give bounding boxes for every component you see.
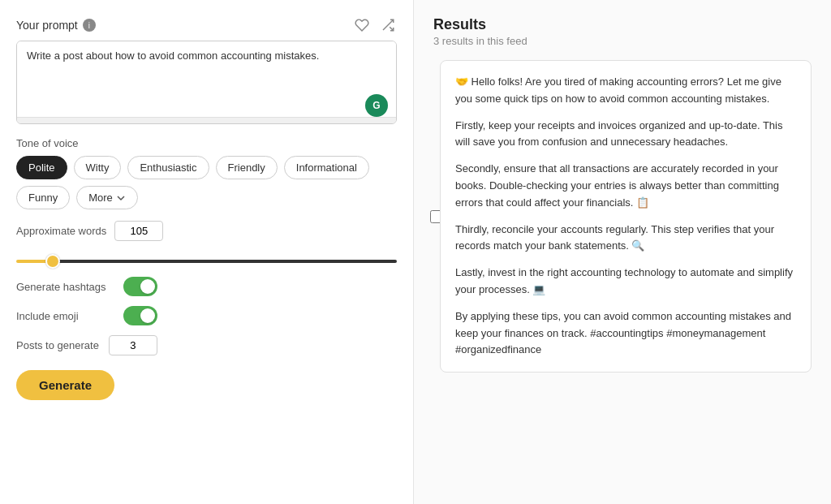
generate-button[interactable]: Generate: [16, 370, 114, 400]
favorite-button[interactable]: [353, 16, 371, 34]
results-count: 3 results in this feed: [433, 35, 812, 47]
info-icon[interactable]: i: [83, 19, 96, 32]
posts-input[interactable]: [109, 335, 157, 355]
prompt-header: Your prompt i: [16, 16, 397, 34]
tone-btn-polite[interactable]: Polite: [16, 156, 67, 179]
tone-btn-friendly[interactable]: Friendly: [216, 156, 278, 179]
approx-words-row: Approximate words: [16, 221, 397, 241]
tone-btn-informational[interactable]: Informational: [284, 156, 369, 179]
tone-btn-enthusiastic[interactable]: Enthusiastic: [127, 156, 209, 179]
include-emoji-toggle[interactable]: [123, 306, 157, 325]
generate-hashtags-label: Generate hashtags: [16, 281, 114, 293]
result-paragraph-4: Thirdly, reconcile your accounts regular…: [455, 222, 796, 256]
more-button[interactable]: More: [76, 186, 138, 209]
posts-row: Posts to generate: [16, 335, 397, 355]
posts-label: Posts to generate: [16, 339, 99, 351]
tone-section: Tone of voice Polite Witty Enthusiastic …: [16, 137, 397, 209]
include-emoji-row: Include emoji: [16, 306, 397, 325]
grammar-icon[interactable]: G: [365, 94, 388, 117]
shuffle-button[interactable]: [379, 16, 397, 34]
more-label: More: [88, 192, 113, 204]
prompt-label-container: Your prompt i: [16, 19, 96, 32]
result-text: 🤝 Hello folks! Are you tired of making a…: [455, 74, 796, 359]
result-paragraph-5: Lastly, invest in the right accounting t…: [455, 265, 796, 299]
left-panel: Your prompt i Write a post about how to …: [0, 0, 414, 504]
shuffle-icon: [381, 18, 395, 32]
prompt-label-text: Your prompt: [16, 19, 78, 32]
right-panel: Results 3 results in this feed 🤝 Hello f…: [414, 0, 831, 504]
generate-hashtags-row: Generate hashtags: [16, 277, 397, 296]
include-emoji-label: Include emoji: [16, 310, 114, 322]
prompt-textarea[interactable]: Write a post about how to avoid common a…: [17, 41, 396, 114]
result-card: 🤝 Hello folks! Are you tired of making a…: [440, 60, 812, 373]
approx-words-input[interactable]: [114, 221, 163, 241]
heart-icon: [355, 18, 369, 32]
slider-wrapper: [16, 252, 397, 265]
results-title: Results: [433, 16, 812, 33]
result-paragraph-3: Secondly, ensure that all transactions a…: [455, 161, 796, 211]
result-paragraph-1: 🤝 Hello folks! Are you tired of making a…: [455, 74, 796, 108]
tone-btn-witty[interactable]: Witty: [74, 156, 122, 179]
result-card-wrapper: 🤝 Hello folks! Are you tired of making a…: [433, 60, 812, 373]
tone-buttons: Polite Witty Enthusiastic Friendly Infor…: [16, 156, 397, 209]
generate-hashtags-toggle[interactable]: [123, 277, 157, 296]
horizontal-scrollbar: [17, 117, 396, 123]
tone-label: Tone of voice: [16, 137, 397, 149]
result-paragraph-2: Firstly, keep your receipts and invoices…: [455, 118, 796, 152]
approx-label: Approximate words: [16, 225, 106, 237]
result-paragraph-6: By applying these tips, you can avoid co…: [455, 308, 796, 359]
words-slider[interactable]: [16, 260, 397, 263]
prompt-textarea-wrapper: Write a post about how to avoid common a…: [16, 41, 397, 124]
tone-btn-funny[interactable]: Funny: [16, 186, 70, 209]
prompt-actions: [353, 16, 397, 34]
chevron-down-icon: [116, 193, 126, 203]
